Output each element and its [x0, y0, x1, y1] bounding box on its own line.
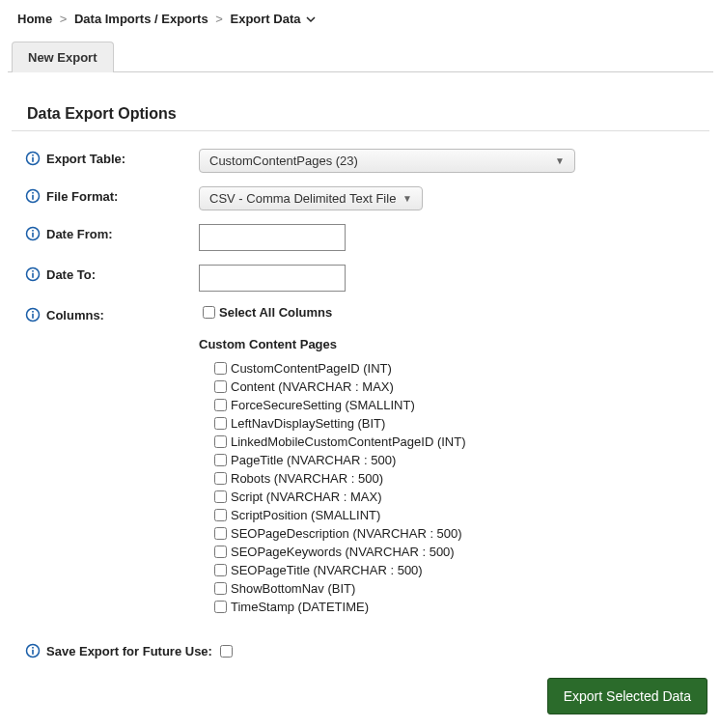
column-checkbox[interactable] — [214, 380, 227, 393]
info-icon[interactable] — [25, 226, 41, 241]
date-to-input[interactable] — [199, 265, 346, 292]
svg-rect-7 — [32, 233, 34, 238]
row-file-format: File Format: CSV - Comma Delimited Text … — [25, 186, 713, 210]
select-all-row: Select All Columns — [203, 305, 713, 320]
row-export-table: Export Table: CustomContentPages (23) ▼ — [25, 149, 713, 173]
column-row: Script (NVARCHAR : MAX) — [214, 490, 713, 504]
column-row: CustomContentPageID (INT) — [214, 361, 713, 376]
column-row: LinkedMobileCustomContentPageID (INT) — [214, 434, 713, 449]
section-title: Data Export Options — [27, 105, 713, 123]
column-checkbox[interactable] — [214, 490, 227, 503]
date-to-label: Date To: — [46, 267, 96, 282]
column-row: Robots (NVARCHAR : 500) — [214, 471, 713, 486]
column-label: SEOPageDescription (NVARCHAR : 500) — [231, 526, 462, 541]
chevron-down-icon — [306, 13, 316, 27]
column-label: LeftNavDisplaySetting (BIT) — [231, 416, 385, 431]
breadcrumb-current[interactable]: Export Data — [231, 12, 317, 26]
svg-rect-10 — [32, 273, 34, 278]
breadcrumb-separator: > — [60, 12, 68, 26]
row-columns: Columns: Select All Columns Custom Conte… — [25, 305, 713, 618]
row-date-from: Date From: — [25, 224, 713, 251]
column-row: Content (NVARCHAR : MAX) — [214, 379, 713, 394]
save-export-checkbox[interactable] — [220, 645, 233, 658]
column-label: PageTitle (NVARCHAR : 500) — [231, 453, 396, 467]
select-all-checkbox[interactable] — [203, 306, 215, 319]
column-checkbox[interactable] — [214, 399, 227, 411]
export-button[interactable]: Export Selected Data — [547, 678, 707, 714]
column-checkbox[interactable] — [214, 601, 227, 613]
export-table-select[interactable]: CustomContentPages (23) ▼ — [199, 149, 575, 173]
column-checkbox[interactable] — [214, 472, 227, 485]
dropdown-arrow-icon: ▼ — [402, 193, 412, 204]
svg-rect-5 — [32, 192, 34, 194]
svg-rect-8 — [32, 230, 34, 232]
column-label: SEOPageKeywords (NVARCHAR : 500) — [231, 545, 455, 559]
date-from-label: Date From: — [46, 227, 113, 241]
export-table-label: Export Table: — [46, 152, 125, 166]
date-from-input[interactable] — [199, 224, 346, 251]
svg-rect-14 — [32, 311, 34, 313]
svg-rect-1 — [32, 157, 34, 162]
file-format-select[interactable]: CSV - Comma Delimited Text File ▼ — [199, 186, 423, 210]
column-label: LinkedMobileCustomContentPageID (INT) — [231, 434, 466, 449]
select-all-label: Select All Columns — [219, 305, 332, 320]
divider — [12, 130, 709, 131]
column-row: PageTitle (NVARCHAR : 500) — [214, 453, 713, 467]
svg-rect-4 — [32, 195, 34, 200]
info-icon[interactable] — [25, 643, 41, 658]
column-group-title: Custom Content Pages — [199, 337, 713, 351]
column-checkbox[interactable] — [214, 527, 227, 540]
row-save-export: Save Export for Future Use: — [25, 643, 713, 658]
dropdown-arrow-icon: ▼ — [555, 155, 565, 166]
breadcrumb-current-label: Export Data — [231, 12, 301, 26]
column-label: CustomContentPageID (INT) — [231, 361, 392, 376]
svg-rect-16 — [32, 650, 34, 655]
breadcrumb-home[interactable]: Home — [17, 12, 52, 26]
svg-rect-17 — [32, 647, 34, 649]
svg-rect-2 — [32, 154, 34, 156]
columns-label: Columns: — [46, 308, 104, 322]
breadcrumb-separator: > — [215, 12, 223, 26]
column-row: SEOPageDescription (NVARCHAR : 500) — [214, 526, 713, 541]
column-row: LeftNavDisplaySetting (BIT) — [214, 416, 713, 431]
column-row: SEOPageKeywords (NVARCHAR : 500) — [214, 545, 713, 559]
breadcrumb: Home > Data Imports / Exports > Export D… — [8, 12, 713, 35]
tab-bar: New Export — [8, 41, 713, 72]
column-list: CustomContentPageID (INT)Content (NVARCH… — [214, 361, 713, 614]
column-checkbox[interactable] — [214, 582, 227, 595]
column-checkbox[interactable] — [214, 509, 227, 521]
svg-rect-11 — [32, 270, 34, 272]
info-icon[interactable] — [25, 188, 41, 204]
row-date-to: Date To: — [25, 265, 713, 292]
column-label: ForceSecureSetting (SMALLINT) — [231, 398, 415, 412]
column-label: TimeStamp (DATETIME) — [231, 600, 369, 614]
column-label: SEOPageTitle (NVARCHAR : 500) — [231, 563, 423, 577]
file-format-label: File Format: — [46, 189, 118, 204]
breadcrumb-mid[interactable]: Data Imports / Exports — [74, 12, 208, 26]
column-checkbox[interactable] — [214, 564, 227, 576]
column-checkbox[interactable] — [214, 435, 227, 448]
column-checkbox[interactable] — [214, 417, 227, 430]
column-label: ShowBottomNav (BIT) — [231, 581, 355, 596]
info-icon[interactable] — [25, 307, 41, 322]
column-label: Content (NVARCHAR : MAX) — [231, 379, 394, 394]
column-checkbox[interactable] — [214, 546, 227, 558]
info-icon[interactable] — [25, 266, 41, 282]
column-label: Script (NVARCHAR : MAX) — [231, 490, 382, 504]
save-export-label: Save Export for Future Use: — [46, 644, 212, 658]
svg-rect-13 — [32, 314, 34, 319]
export-table-value: CustomContentPages (23) — [209, 154, 358, 168]
column-label: ScriptPosition (SMALLINT) — [231, 508, 380, 522]
export-form: Export Table: CustomContentPages (23) ▼ … — [25, 149, 713, 618]
column-row: SEOPageTitle (NVARCHAR : 500) — [214, 563, 713, 577]
column-row: ShowBottomNav (BIT) — [214, 581, 713, 596]
column-row: TimeStamp (DATETIME) — [214, 600, 713, 614]
tab-new-export[interactable]: New Export — [12, 42, 114, 72]
column-row: ScriptPosition (SMALLINT) — [214, 508, 713, 522]
file-format-value: CSV - Comma Delimited Text File — [209, 191, 396, 206]
column-label: Robots (NVARCHAR : 500) — [231, 471, 383, 486]
column-checkbox[interactable] — [214, 454, 227, 466]
info-icon[interactable] — [25, 151, 41, 166]
column-checkbox[interactable] — [214, 362, 227, 375]
column-row: ForceSecureSetting (SMALLINT) — [214, 398, 713, 412]
